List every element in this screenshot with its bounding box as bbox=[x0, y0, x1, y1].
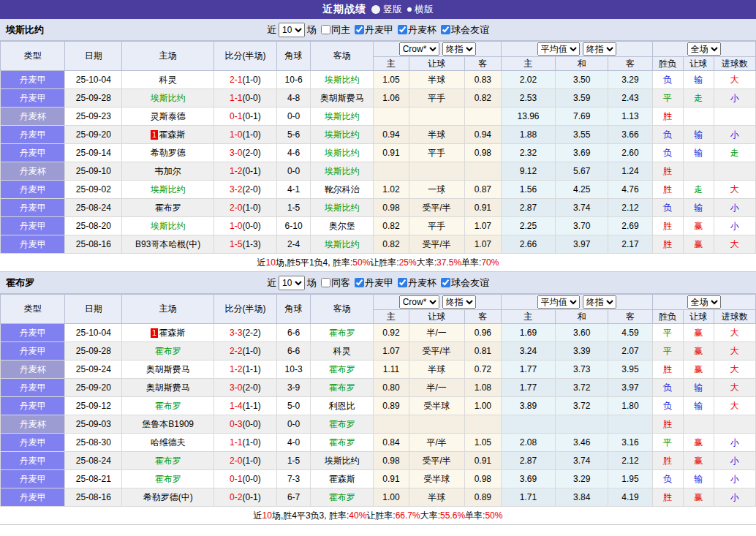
full-match-select[interactable]: 全场 bbox=[687, 42, 721, 56]
final-odds-select-2[interactable]: 终指 bbox=[583, 42, 616, 56]
handicap-result-cell: 赢 bbox=[683, 235, 714, 254]
final-odds-select-1[interactable]: 终指 bbox=[442, 42, 476, 56]
league-option-3[interactable]: 球会友谊 bbox=[436, 276, 489, 290]
result-text: 赢 bbox=[694, 437, 703, 448]
subcol-handicap-away: 客 bbox=[464, 57, 501, 71]
match-date-cell: 25-09-23 bbox=[65, 107, 122, 126]
subcol-handicap-result: 让球 bbox=[683, 57, 714, 71]
away-team-name: 利恩比 bbox=[329, 401, 355, 411]
avg-draw-odds-cell: 3.72 bbox=[556, 379, 608, 397]
same-home-checkbox[interactable] bbox=[321, 25, 330, 34]
away-team-cell: 埃斯比约 bbox=[311, 71, 374, 89]
odds-company-select[interactable]: Crow* bbox=[399, 42, 439, 56]
handicap-result-cell: 赢 bbox=[683, 217, 714, 235]
average-odds-select[interactable]: 平均值 bbox=[537, 295, 580, 309]
league-checkbox-2[interactable] bbox=[398, 278, 407, 287]
layout-horizontal-option[interactable]: 横版 bbox=[407, 3, 434, 16]
half-time-score: (1-0) bbox=[242, 456, 260, 466]
handicap-result-cell: 赢 bbox=[683, 324, 714, 342]
full-match-select[interactable]: 全场 bbox=[687, 295, 721, 309]
avg-home-odds-cell: 3.24 bbox=[501, 342, 555, 361]
goals-result-cell bbox=[714, 415, 755, 434]
avg-draw-odds-cell: 3.74 bbox=[556, 199, 608, 217]
result-text: 小 bbox=[730, 93, 739, 103]
result-text: 赢 bbox=[694, 364, 703, 374]
result-text: 大 bbox=[730, 75, 739, 85]
match-row: 丹麦甲25-09-12霍布罗1-4(1-1)5-0利恩比0.89受半球1.003… bbox=[1, 397, 756, 415]
avg-away-odds-cell: 3.16 bbox=[608, 434, 652, 452]
league-option-1[interactable]: 丹麦甲 bbox=[350, 23, 393, 37]
same-away-option[interactable]: 同客 bbox=[317, 276, 350, 290]
away-team-name: 奥尔堡 bbox=[329, 221, 355, 231]
winloss-result-cell: 负 bbox=[652, 71, 683, 89]
league-label-2[interactable]: 丹麦杯 bbox=[408, 23, 436, 37]
result-text: 赢 bbox=[694, 221, 703, 231]
summary-part: 近 bbox=[257, 257, 266, 269]
same-home-label[interactable]: 同主 bbox=[331, 23, 350, 37]
final-odds-select-1[interactable]: 终指 bbox=[442, 295, 476, 309]
league-checkbox-1[interactable] bbox=[355, 25, 364, 34]
odds-company-select[interactable]: Crow* bbox=[399, 295, 439, 309]
goals-result-cell: 小 bbox=[714, 434, 755, 452]
same-home-option[interactable]: 同主 bbox=[317, 23, 350, 37]
league-option-3[interactable]: 球会友谊 bbox=[436, 23, 489, 37]
away-team-cell: 霍布罗 bbox=[311, 488, 374, 507]
league-label-2[interactable]: 丹麦杯 bbox=[408, 276, 436, 290]
result-text: 输 bbox=[694, 474, 703, 484]
result-text: 小 bbox=[730, 474, 739, 484]
col-header-away: 客场 bbox=[311, 295, 374, 324]
league-option-2[interactable]: 丹麦杯 bbox=[393, 23, 436, 37]
match-row: 丹麦甲25-08-16希勒罗德(中)0-2(0-1)6-7霍布罗1.00半球0.… bbox=[1, 488, 756, 507]
score-cell: 0-2(0-1) bbox=[213, 488, 276, 507]
league-type-cell: 丹麦甲 bbox=[1, 342, 65, 361]
league-label-3[interactable]: 球会友谊 bbox=[451, 276, 489, 290]
league-checkbox-1[interactable] bbox=[355, 278, 364, 287]
avg-home-odds-cell: 2.08 bbox=[501, 434, 555, 452]
col-header-type: 类型 bbox=[1, 295, 65, 324]
radio-horizontal-label[interactable]: 横版 bbox=[415, 3, 434, 16]
half-time-score: (1-0) bbox=[242, 437, 260, 448]
layout-vertical-option[interactable]: 竖版 bbox=[371, 3, 402, 16]
radio-vertical-icon[interactable] bbox=[371, 5, 380, 14]
league-option-2[interactable]: 丹麦杯 bbox=[393, 276, 436, 290]
radio-vertical-label[interactable]: 竖版 bbox=[383, 3, 402, 16]
filter-suffix: 场 bbox=[307, 276, 317, 290]
league-label-1[interactable]: 丹麦甲 bbox=[365, 23, 393, 37]
half-time-score: (2-0) bbox=[242, 184, 260, 195]
match-row: 丹麦甲25-08-20埃斯比约1-0(0-0)6-10奥尔堡0.82平手1.07… bbox=[1, 217, 756, 235]
radio-horizontal-icon[interactable] bbox=[407, 7, 412, 12]
match-row: 丹麦甲25-08-30哈维德夫1-1(1-0)4-0霍布罗0.84平/半1.05… bbox=[1, 434, 756, 452]
league-label-1[interactable]: 丹麦甲 bbox=[365, 276, 393, 290]
full-time-score: 3-0 bbox=[230, 148, 242, 158]
league-checkbox-2[interactable] bbox=[398, 25, 407, 34]
same-away-checkbox[interactable] bbox=[321, 278, 330, 287]
handicap-away-odds-cell: 1.08 bbox=[464, 379, 501, 397]
league-checkbox-3[interactable] bbox=[441, 278, 450, 287]
handicap-away-odds-cell bbox=[464, 415, 501, 434]
avg-home-odds-cell: 3.89 bbox=[501, 397, 555, 415]
rank-badge: 1 bbox=[151, 328, 158, 338]
handicap-result-cell: 赢 bbox=[683, 434, 714, 452]
away-team-cell: 靴尔科治 bbox=[311, 181, 374, 199]
away-team-cell: 埃斯比约 bbox=[311, 235, 374, 254]
score-cell: 0-3(0-0) bbox=[213, 415, 276, 434]
match-count-select[interactable]: 10 bbox=[279, 23, 305, 37]
match-date-cell: 25-09-02 bbox=[65, 181, 122, 199]
corner-score-cell: 3-9 bbox=[277, 379, 311, 397]
summary-part: 66.7% bbox=[396, 510, 420, 521]
goals-result-cell bbox=[714, 107, 755, 126]
score-cell: 1-0(0-0) bbox=[213, 217, 276, 235]
same-away-label[interactable]: 同客 bbox=[331, 276, 350, 290]
handicap-home-odds-cell bbox=[374, 162, 409, 181]
result-text: 胜 bbox=[663, 221, 672, 231]
corner-score-cell: 6-10 bbox=[277, 217, 311, 235]
league-type-cell: 丹麦甲 bbox=[1, 217, 65, 235]
league-label-3[interactable]: 球会友谊 bbox=[451, 23, 489, 37]
match-count-select[interactable]: 10 bbox=[279, 276, 305, 290]
average-odds-select[interactable]: 平均值 bbox=[537, 42, 580, 56]
league-option-1[interactable]: 丹麦甲 bbox=[350, 276, 393, 290]
league-checkbox-3[interactable] bbox=[441, 25, 450, 34]
summary-part: 50% bbox=[352, 257, 370, 268]
final-odds-select-2[interactable]: 终指 bbox=[583, 295, 616, 309]
result-text: 负 bbox=[663, 75, 672, 85]
